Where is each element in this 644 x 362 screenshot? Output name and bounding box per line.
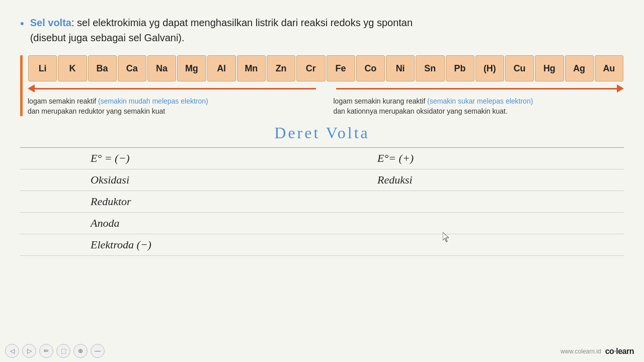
element-al: Al (207, 55, 236, 81)
element-ni: Ni (386, 55, 415, 81)
element-mg: Mg (177, 55, 206, 81)
table-section: E° = (−)E°= (+)OksidasiReduksiReduktorAn… (20, 147, 624, 256)
toolbar-btn-4[interactable]: ⊕ (73, 344, 88, 358)
element-au: Au (595, 55, 623, 81)
desc-left-text2: dan merupakan reduktor yang semakin kuat (28, 107, 165, 115)
table-row-4: Elektroda (−) (20, 234, 624, 256)
element-na: Na (147, 55, 176, 81)
desc-right: logam semakin kurang reaktif (semakin su… (318, 97, 624, 116)
toolbar-btn-0[interactable]: ◁ (5, 344, 19, 358)
toolbar-btn-3[interactable]: ⬚ (56, 344, 70, 358)
element-li: Li (28, 55, 57, 81)
footer-url: www.colearn.id (560, 348, 601, 355)
table-cell-left-3: Anoda (20, 217, 337, 230)
right-arrow-body (336, 88, 617, 89)
element-mn: Mn (237, 55, 266, 81)
footer: www.colearn.id co·learn (560, 347, 634, 356)
element-k: K (58, 55, 87, 81)
element-ca: Ca (118, 55, 146, 81)
deret-container: LiKBaCaNaMgAlMnZnCrFeCoNiSnPb(H)CuHgAgAu… (20, 55, 624, 116)
arrows-section (28, 84, 624, 93)
desc-right-blue: (semakin sukar melepas elektron) (427, 97, 533, 105)
toolbar-btn-1[interactable]: ▷ (22, 344, 36, 358)
element-fe: Fe (327, 55, 355, 81)
sub-definition: (disebut juga sebagai sel Galvani). (30, 30, 413, 45)
left-arrow-container (28, 84, 326, 93)
table-row-3: Anoda (20, 213, 624, 234)
desc-right-text1: logam semakin kurang reaktif (334, 97, 428, 105)
footer-logo: co·learn (605, 347, 634, 356)
left-arrow-body (35, 88, 316, 89)
table-cell-left-0: E° = (−) (20, 152, 337, 165)
right-arrowhead (617, 84, 624, 93)
element-ag: Ag (565, 55, 594, 81)
term-label: Sel volta (30, 17, 71, 28)
desc-left: logam semakin reaktif (semakin mudah mel… (28, 97, 318, 116)
toolbar-btn-2[interactable]: ✏ (39, 344, 53, 358)
table-cell-right-4 (337, 238, 624, 251)
desc-right-text2: dan kationnya merupakan oksidator yang s… (334, 107, 508, 115)
table-cell-right-1: Reduksi (337, 173, 624, 187)
right-arrow-container (326, 84, 624, 93)
bottom-toolbar: ◁▷✏⬚⊕— (5, 344, 105, 358)
left-arrowhead (28, 84, 35, 93)
table-row-2: Reduktor (20, 191, 624, 213)
element-hg: Hg (535, 55, 564, 81)
table-cell-right-3 (337, 217, 624, 230)
desc-left-text1: logam semakin reaktif (28, 97, 98, 105)
table-cell-left-2: Reduktor (20, 195, 337, 208)
definition-inline: : sel elektrokimia yg dapat menghasilkan… (71, 17, 413, 28)
table-cell-left-1: Oksidasi (20, 173, 337, 187)
deret-volta-title: Deret Volta (20, 124, 624, 142)
left-arrow (28, 84, 316, 93)
element-zn: Zn (267, 55, 295, 81)
description-row: logam semakin reaktif (semakin mudah mel… (28, 97, 624, 116)
bullet-section: • Sel volta: sel elektrokimia yg dapat m… (20, 15, 624, 45)
element-cu: Cu (505, 55, 534, 81)
table-row-1: OksidasiReduksi (20, 169, 624, 191)
element-pb: Pb (446, 55, 474, 81)
toolbar-btn-5[interactable]: — (91, 344, 105, 358)
table-cell-left-4: Elektroda (−) (20, 238, 337, 251)
element-h: (H) (475, 55, 504, 81)
elements-row: LiKBaCaNaMgAlMnZnCrFeCoNiSnPb(H)CuHgAgAu (28, 55, 624, 81)
element-cr: Cr (296, 55, 325, 81)
element-sn: Sn (416, 55, 444, 81)
element-ba: Ba (88, 55, 117, 81)
table-cell-right-0: E°= (+) (337, 152, 624, 165)
definition-text: Sel volta: sel elektrokimia yg dapat men… (30, 15, 413, 45)
bullet-point: • (20, 16, 24, 32)
desc-left-blue: (semakin mudah melepas elektron) (98, 97, 208, 105)
right-arrow (336, 84, 624, 93)
table-cell-right-2 (337, 195, 624, 208)
table-row-0: E° = (−)E°= (+) (20, 148, 624, 169)
element-co: Co (356, 55, 385, 81)
main-content: • Sel volta: sel elektrokimia yg dapat m… (0, 0, 644, 266)
